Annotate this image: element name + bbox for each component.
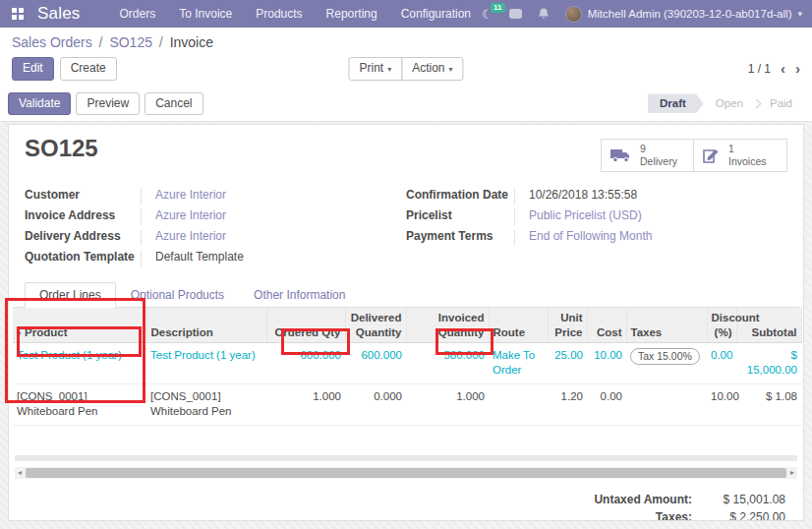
scroll-left-icon[interactable]: ◂ <box>15 467 25 479</box>
stage-draft[interactable]: Draft <box>648 93 704 113</box>
main-menu: Orders To Invoice Products Reporting Con… <box>120 7 472 21</box>
field-delivery-address: Delivery Address Azure Interior <box>25 227 406 248</box>
col-delivered-quantity[interactable]: Delivered Quantity <box>345 308 406 342</box>
notifications-bell-icon[interactable] <box>538 8 550 21</box>
field-groups: Customer Azure Interior Invoice Address … <box>25 186 787 268</box>
table-footer-bar <box>15 455 797 461</box>
apps-grid-icon[interactable] <box>12 8 24 20</box>
taxes-label: Taxes: <box>656 510 692 521</box>
delivery-address-link[interactable]: Azure Interior <box>141 229 406 246</box>
menu-reporting[interactable]: Reporting <box>326 7 377 21</box>
col-unit-price[interactable]: Unit Price <box>548 308 587 342</box>
breadcrumb-sales-orders[interactable]: Sales Orders <box>12 34 92 50</box>
invoice-address-link[interactable]: Azure Interior <box>141 208 406 225</box>
field-payment-terms: Payment Terms End of Following Month <box>406 227 787 248</box>
cell-unit-price: 25.00 <box>548 342 587 383</box>
breadcrumb-so125[interactable]: SO125 <box>109 34 152 50</box>
pager-previous-icon[interactable]: ‹ <box>781 61 785 76</box>
menu-configuration[interactable]: Configuration <box>401 7 471 21</box>
breadcrumb: Sales Orders / SO125 / Invoice <box>12 34 800 50</box>
user-avatar <box>565 6 582 23</box>
tab-order-lines[interactable]: Order Lines <box>25 282 116 308</box>
pricelist-link[interactable]: Public Pricelist (USD) <box>514 208 787 225</box>
tab-other-information[interactable]: Other Information <box>239 282 360 308</box>
notebook-tabs: Order Lines Optional Products Other Info… <box>13 282 799 308</box>
field-label: Confirmation Date <box>406 188 514 205</box>
customer-link[interactable]: Azure Interior <box>141 188 406 205</box>
cell-description: Test Product (1 year) <box>146 342 266 383</box>
delivery-label: Delivery <box>640 155 677 167</box>
action-label: Action <box>412 61 444 75</box>
cell-taxes <box>626 383 707 425</box>
control-panel: Sales Orders / SO125 / Invoice Edit Crea… <box>0 28 812 88</box>
page-title: SO125 <box>25 135 98 172</box>
col-product-label: Product <box>25 326 67 338</box>
cell-route: Make To Order <box>489 342 548 383</box>
taxes-row: Taxes: $ 2,250.00 <box>540 508 785 521</box>
invoices-smart-button[interactable]: 1 Invoices <box>694 139 787 172</box>
print-label: Print <box>359 61 383 75</box>
menu-to-invoice[interactable]: To Invoice <box>179 7 232 21</box>
col-route[interactable]: Route <box>489 308 548 342</box>
stage-open[interactable]: Open <box>704 93 755 113</box>
order-line-row-whiteboard-pen[interactable]: [CONS_0001] Whiteboard Pen [CONS_0001] W… <box>13 383 801 425</box>
field-quotation-template: Quotation Template Default Template <box>25 248 406 268</box>
totals-block: Untaxed Amount: $ 15,001.08 Taxes: $ 2,2… <box>540 491 785 521</box>
cancel-button[interactable]: Cancel <box>145 92 203 116</box>
form-sheet: SO125 9 Delivery 1 <box>8 124 804 521</box>
stage-bar: Draft Open Paid <box>648 93 804 113</box>
field-label: Payment Terms <box>406 229 514 246</box>
cell-delivered-qty: 600.000 <box>345 342 406 383</box>
chevron-down-icon: ▾ <box>449 65 453 74</box>
activity-clock-icon[interactable]: ☾ 11 <box>482 8 493 21</box>
pager-counter: 1 / 1 <box>748 62 771 76</box>
breadcrumb-separator: / <box>99 34 103 50</box>
field-pricelist: Pricelist Public Pricelist (USD) <box>406 206 787 227</box>
chevron-down-icon: ▾ <box>797 9 802 19</box>
col-description[interactable]: Description <box>146 308 266 342</box>
col-product[interactable]: ▾Product <box>13 308 146 342</box>
messages-icon[interactable] <box>509 8 522 21</box>
payment-terms-link[interactable]: End of Following Month <box>514 229 787 246</box>
col-taxes[interactable]: Taxes <box>626 308 707 342</box>
delivery-smart-button[interactable]: 9 Delivery <box>601 139 694 172</box>
action-dropdown-button[interactable]: Action▾ <box>401 57 463 81</box>
cell-ordered-qty: 1.000 <box>266 383 345 425</box>
cell-invoiced-qty: 1.000 <box>406 383 489 425</box>
scrollbar-thumb[interactable] <box>26 468 786 478</box>
invoices-count: 1 <box>728 143 767 155</box>
col-ordered-qty[interactable]: Ordered Qty <box>266 308 345 342</box>
taxes-value: $ 2,250.00 <box>692 510 785 521</box>
cell-product: [CONS_0001] Whiteboard Pen <box>13 383 146 425</box>
cell-ordered-qty: 600.000 <box>266 342 345 383</box>
user-menu[interactable]: Mitchell Admin (390203-12-0-ab017d-all) … <box>565 6 802 23</box>
menu-products[interactable]: Products <box>256 7 302 21</box>
scroll-right-icon[interactable]: ▸ <box>787 467 797 479</box>
preview-button[interactable]: Preview <box>76 92 140 116</box>
col-cost[interactable]: Cost <box>587 308 626 342</box>
horizontal-scrollbar[interactable]: ◂ ▸ <box>15 467 797 479</box>
pager-next-icon[interactable]: › <box>795 61 800 76</box>
invoice-edit-icon <box>702 147 722 164</box>
systray: ☾ 11 Mitchell Admin (390203-12-0-ab017d-… <box>482 6 802 23</box>
app-brand[interactable]: Sales <box>37 4 81 24</box>
breadcrumb-separator: / <box>159 34 163 50</box>
menu-orders[interactable]: Orders <box>120 7 156 21</box>
stage-paid[interactable]: Paid <box>758 93 804 113</box>
validate-button[interactable]: Validate <box>8 92 71 116</box>
col-discount[interactable]: Discount (%) <box>707 308 736 342</box>
cell-unit-price: 1.20 <box>548 383 587 425</box>
cell-delivered-qty: 0.000 <box>345 383 406 425</box>
untaxed-amount-label: Untaxed Amount: <box>594 493 692 506</box>
field-label: Invoice Address <box>25 208 141 225</box>
create-button[interactable]: Create <box>60 57 117 81</box>
col-invoiced-quantity[interactable]: Invoiced Quantity <box>406 308 489 342</box>
order-line-row-test-product[interactable]: Test Product (1 year) Test Product (1 ye… <box>13 342 801 383</box>
quotation-template-value: Default Template <box>141 250 406 266</box>
page-background: SO125 9 Delivery 1 <box>0 122 812 529</box>
tab-optional-products[interactable]: Optional Products <box>116 282 239 308</box>
breadcrumb-current: Invoice <box>170 34 213 50</box>
cell-subtotal: $ 1.08 <box>736 383 801 425</box>
edit-button[interactable]: Edit <box>12 57 54 81</box>
print-dropdown-button[interactable]: Print▾ <box>348 57 402 81</box>
